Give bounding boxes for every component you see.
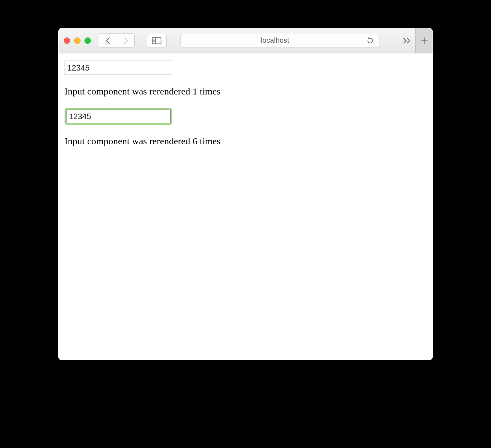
page-content: Input component was rerendered 1 times I… xyxy=(58,53,433,360)
titlebar-right-controls xyxy=(399,28,427,53)
plus-icon xyxy=(420,37,428,45)
browser-titlebar: localhost xyxy=(58,28,433,53)
text-input-1[interactable] xyxy=(65,61,172,75)
focused-input-highlight xyxy=(65,108,172,125)
show-all-tabs-button[interactable] xyxy=(399,34,415,47)
minimize-window-button[interactable] xyxy=(74,37,81,44)
address-bar[interactable]: localhost xyxy=(180,34,379,47)
svg-rect-0 xyxy=(152,37,161,44)
reload-button[interactable] xyxy=(365,36,375,45)
chevron-left-icon xyxy=(105,37,111,44)
forward-button[interactable] xyxy=(117,34,134,47)
rerender-status-1: Input component was rerendered 1 times xyxy=(65,86,426,97)
reload-icon xyxy=(367,37,374,44)
new-tab-button[interactable] xyxy=(415,28,433,53)
text-input-2[interactable] xyxy=(66,110,171,123)
sidebar-icon xyxy=(152,37,161,44)
address-text: localhost xyxy=(185,36,365,45)
back-button[interactable] xyxy=(99,34,117,47)
nav-buttons xyxy=(99,33,135,48)
maximize-window-button[interactable] xyxy=(84,37,91,44)
window-controls xyxy=(64,37,91,44)
sidebar-toggle-button[interactable] xyxy=(147,34,167,47)
double-chevron-right-icon xyxy=(403,37,412,44)
rerender-status-2: Input component was rerendered 6 times xyxy=(65,136,426,147)
browser-window: localhost xyxy=(58,28,433,360)
close-window-button[interactable] xyxy=(64,37,70,44)
chevron-right-icon xyxy=(123,37,129,44)
